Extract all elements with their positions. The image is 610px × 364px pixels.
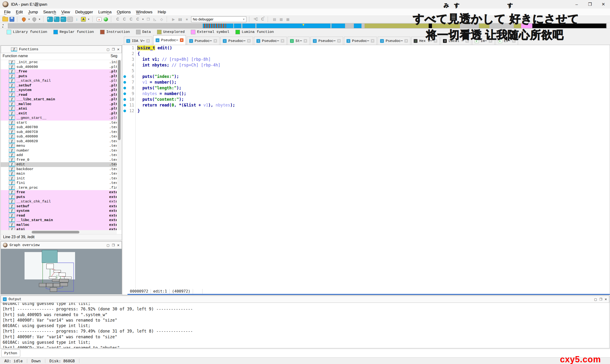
menu-windows[interactable]: Windows — [133, 10, 155, 14]
band-scroll-arrows[interactable]: ◂▸ — [2, 23, 6, 28]
tab-idav-0[interactable]: ≡IDA V⋯✕ — [124, 37, 152, 45]
function-row-sub_400800[interactable]: fsub_400800.text — [1, 134, 117, 139]
function-row-malloc[interactable]: fmallocextern — [1, 223, 117, 228]
function-row-_free[interactable]: f_free.plt — [1, 69, 117, 74]
highlight-icon[interactable]: A — [80, 16, 86, 22]
function-row-sub_400820[interactable]: fsub_400820.text — [1, 139, 117, 144]
output-float-icon[interactable]: ❐ — [599, 298, 602, 301]
maximize-button[interactable]: ❐ — [583, 0, 597, 9]
functions-vscroll-thumb[interactable] — [118, 60, 121, 140]
pseudocode-text[interactable]: 1ssize_t edit()2{3 int v1; // [rsp+8h] [… — [122, 45, 610, 288]
functions-list[interactable]: f_init_proc.initfsub_400690.pltf_free.pl… — [1, 60, 117, 230]
function-row-atoi[interactable]: fatoiextern — [1, 227, 117, 230]
function-row-free_0[interactable]: ffree_0.text — [1, 158, 117, 162]
function-row-_term_proc[interactable]: f_term_proc.fini — [1, 186, 117, 190]
python-command-input[interactable] — [20, 350, 610, 357]
output-log[interactable]: 6010AC: using guessed type int list;[hrt… — [1, 303, 609, 348]
graph-restore-icon[interactable]: ▢ — [106, 244, 109, 247]
output-restore-icon[interactable]: ▢ — [594, 298, 597, 301]
graph-layout-icon[interactable]: ◺ — [152, 16, 158, 22]
tab-close-icon[interactable]: ✕ — [304, 39, 307, 43]
navigate-forward-icon[interactable] — [31, 16, 37, 22]
function-row-__stack_chk_fail[interactable]: f__stack_chk_failextern — [1, 199, 117, 204]
function-row-_read[interactable]: f_read.plt — [1, 93, 117, 97]
tab-close-icon[interactable]: ✕ — [371, 39, 374, 43]
output-close-icon[interactable]: ✕ — [605, 298, 607, 301]
tab-ex-12[interactable]: ▸Ex⋯✕ — [496, 37, 518, 45]
function-row-_exit[interactable]: f_exit.plt — [1, 111, 117, 116]
menu-lumina[interactable]: Lumina — [96, 10, 114, 14]
create-union-icon[interactable]: C — [121, 16, 127, 22]
close-button[interactable]: ✕ — [597, 0, 610, 9]
jump-address-icon[interactable]: ↓ — [74, 16, 79, 22]
local-types-icon[interactable]: C — [135, 16, 141, 22]
tab-close-icon[interactable]: ✕ — [180, 38, 183, 42]
code-line-12[interactable]: 12} — [122, 108, 610, 114]
functions-restore-icon[interactable]: ▢ — [106, 48, 109, 51]
band-left-arrow-icon[interactable]: ◂ — [2, 23, 6, 26]
tab-pseudoc-1[interactable]: ≡Pseudoc⋯✕ — [153, 35, 186, 45]
functions-vertical-scrollbar[interactable] — [117, 60, 121, 230]
code-line-7[interactable]: 7 v1 = number(); — [122, 79, 610, 85]
code-line-9[interactable]: 9 nbytes = number(); — [122, 91, 610, 96]
menu-options[interactable]: Options — [114, 10, 133, 14]
navigation-band[interactable]: ▼ — [8, 23, 607, 28]
highlight-dropdown[interactable]: ▼ — [87, 16, 90, 22]
menu-search[interactable]: Search — [40, 10, 59, 14]
tab-pseudoc-2[interactable]: ≡Pseudoc⋯✕ — [187, 37, 220, 45]
function-row-__stack_chk_fail[interactable]: f__stack_chk_fail.plt — [1, 78, 117, 83]
tab-close-icon[interactable]: ✕ — [247, 39, 251, 43]
tab-close-icon[interactable]: ✕ — [465, 39, 469, 43]
function-row-_puts[interactable]: f_puts.plt — [1, 74, 117, 79]
function-row-read[interactable]: freadextern — [1, 213, 117, 218]
debugger-select[interactable]: No debugger∨ — [191, 16, 247, 22]
code-line-2[interactable]: 2{ — [122, 51, 610, 56]
tab-pseudoc-6[interactable]: ≡Pseudoc⋯✕ — [311, 37, 343, 45]
code-line-3[interactable]: 3 int v1; // [rsp+8h] [rbp-8h] — [122, 56, 610, 62]
menu-jump[interactable]: Jump — [26, 10, 41, 14]
band-right-arrow-icon[interactable]: ▸ — [2, 26, 6, 28]
graph-float-icon[interactable]: ❐ — [112, 244, 115, 247]
minimize-button[interactable]: – — [570, 0, 583, 9]
graph-overview-canvas[interactable] — [1, 249, 122, 294]
navigate-back-icon[interactable] — [21, 16, 27, 22]
strings-window-icon[interactable]: ⋯ — [61, 16, 66, 22]
function-row-sub_4007C0[interactable]: fsub_4007C0.text — [1, 130, 117, 135]
function-row-_malloc[interactable]: f_malloc.plt — [1, 102, 117, 107]
function-row-start[interactable]: fstart.text — [1, 120, 117, 125]
menu-debugger[interactable]: Debugger — [73, 10, 96, 14]
types-dropdown[interactable]: ▼ — [142, 16, 144, 22]
tab-close-icon[interactable]: ✕ — [512, 39, 516, 43]
code-line-8[interactable]: 8 puts("length:"); — [122, 85, 610, 91]
function-row-free[interactable]: ffreeextern — [1, 190, 117, 195]
column-seg[interactable]: Seg — [109, 53, 117, 58]
save-icon[interactable] — [9, 16, 15, 22]
function-row-add[interactable]: fadd.text — [1, 153, 117, 158]
functions-column-header[interactable]: Function name Seg — [1, 53, 122, 60]
step-into-c-icon[interactable]: ᶜC — [253, 16, 259, 22]
tab-close-icon[interactable]: ✕ — [404, 39, 408, 43]
function-row-setbuf[interactable]: fsetbufextern — [1, 204, 117, 209]
function-row-__gmon_start__[interactable]: f__gmon_start__.plt — [1, 116, 117, 120]
functions-float-icon[interactable]: ❐ — [112, 48, 115, 51]
segment-list-icon[interactable]: ▦ — [285, 16, 291, 22]
tab-pseudoc-3[interactable]: ≡Pseudoc⋯✕ — [221, 37, 253, 45]
functions-close-icon[interactable]: ✕ — [117, 48, 120, 51]
function-row-__libc_start_main[interactable]: f__libc_start_mainextern — [1, 218, 117, 223]
function-row-sub_400780[interactable]: fsub_400780.text — [1, 125, 117, 130]
frame-view-icon[interactable]: ❒ — [145, 16, 151, 22]
function-row-menu[interactable]: fmenu.text — [1, 144, 117, 148]
tab-st-5[interactable]: ≡St⋯✕ — [288, 37, 310, 45]
functions-panel-titlebar[interactable]: f Functions ▢ ❐ ✕ — [1, 46, 122, 53]
tab-pseudoc-4[interactable]: ≡Pseudoc⋯✕ — [254, 37, 287, 45]
tab-close-icon[interactable]: ✕ — [146, 39, 150, 43]
text-window-icon[interactable]: T — [54, 16, 60, 22]
code-line-11[interactable]: 11 return read(0, *(&list + v1), nbytes)… — [122, 102, 610, 108]
create-struct-icon[interactable]: C — [115, 16, 121, 22]
function-row-backdoor[interactable]: fbackdoor.text — [1, 167, 117, 172]
tab-local-10[interactable]: 0Local ⋯✕ — [441, 37, 471, 45]
names-window-icon[interactable]: # — [47, 16, 53, 22]
menu-help[interactable]: Help — [155, 10, 169, 14]
tab-im-11[interactable]: ▸Im⋯✕ — [472, 37, 495, 45]
functions-hscroll-thumb[interactable] — [32, 231, 79, 234]
